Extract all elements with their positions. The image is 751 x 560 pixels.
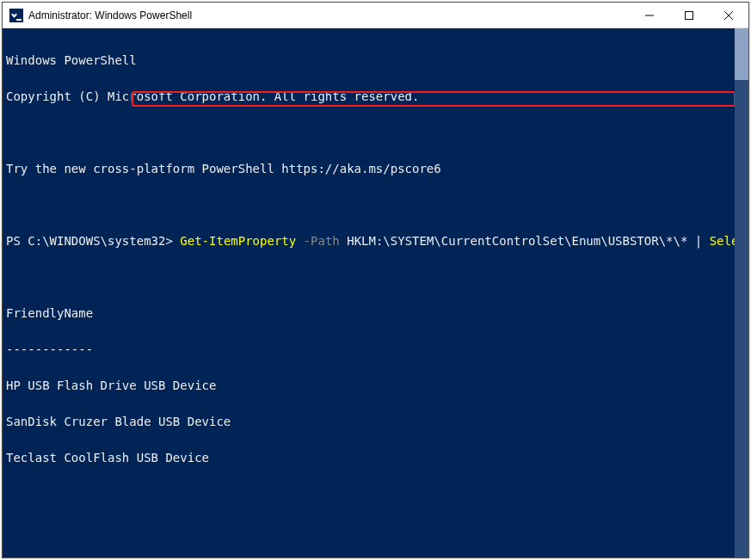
param-flag: -Path: [304, 234, 340, 248]
powershell-window: Administrator: Windows PowerShell Window…: [2, 2, 749, 558]
blank-line: [6, 126, 731, 138]
banner-line: Copyright (C) Microsoft Corporation. All…: [6, 90, 731, 102]
blank-line: [6, 271, 731, 283]
banner-try-line: Try the new cross-platform PowerShell ht…: [6, 163, 731, 175]
powershell-icon: [9, 9, 23, 22]
blank-line: [6, 524, 731, 536]
output-row: SanDisk Cruzer Blade USB Device: [6, 415, 731, 428]
scrollbar[interactable]: [735, 28, 748, 557]
blank-line: [6, 488, 731, 500]
output-row: HP USB Flash Drive USB Device: [6, 379, 731, 391]
select-cmd: Select: [710, 234, 735, 248]
command-line: PS C:\WINDOWS\system32> Get-ItemProperty…: [6, 235, 731, 247]
maximize-button[interactable]: [669, 3, 709, 28]
minimize-button[interactable]: [630, 3, 669, 28]
terminal-area: Windows PowerShell Copyright (C) Microso…: [3, 28, 748, 557]
terminal[interactable]: Windows PowerShell Copyright (C) Microso…: [3, 28, 735, 557]
output-divider: ------------: [6, 343, 731, 355]
close-icon: [724, 11, 733, 20]
prompt: PS C:\WINDOWS\system32>: [6, 234, 173, 248]
svg-rect-1: [686, 11, 693, 19]
titlebar[interactable]: Administrator: Windows PowerShell: [3, 3, 748, 28]
blank-line: [6, 199, 731, 211]
scrollbar-thumb[interactable]: [735, 28, 748, 80]
banner-line: Windows PowerShell: [6, 54, 731, 66]
window-controls: [630, 3, 748, 28]
cmdlet: Get-ItemProperty: [180, 234, 296, 248]
minimize-icon: [645, 11, 654, 20]
pipe: |: [695, 234, 702, 248]
close-button[interactable]: [709, 3, 748, 28]
output-header: FriendlyName: [6, 307, 731, 319]
maximize-icon: [685, 11, 693, 20]
output-row: Teclast CoolFlash USB Device: [6, 452, 731, 464]
window-title: Administrator: Windows PowerShell: [28, 9, 630, 22]
param-value: HKLM:\SYSTEM\CurrentControlSet\Enum\USBS…: [347, 234, 687, 248]
